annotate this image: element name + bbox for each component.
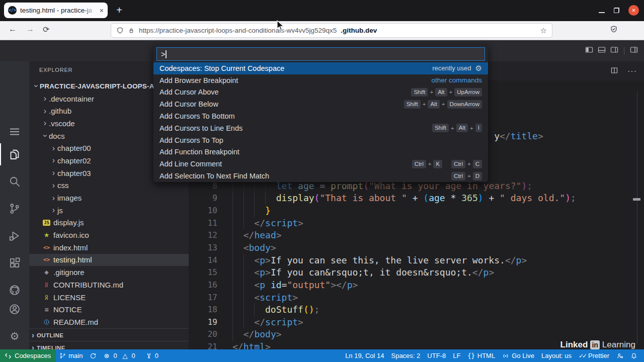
configure-keybinding-gear-icon[interactable]: ⚙ bbox=[475, 64, 482, 72]
encoding-label: UTF-8 bbox=[427, 352, 446, 359]
browser-tab-title: testing.html - practice-ja bbox=[20, 7, 96, 14]
palette-item[interactable]: Add Line CommentCtrl+KCtrl+C bbox=[153, 158, 488, 170]
palette-item-meta: Shift+Alt+UpArrow bbox=[406, 88, 482, 97]
back-icon[interactable]: ← bbox=[9, 25, 17, 34]
menu-icon[interactable] bbox=[9, 126, 21, 138]
code-text: display("That is about " + (age * 365) +… bbox=[232, 192, 576, 205]
chevron-right-icon: › bbox=[41, 107, 49, 116]
browser-tabstrip: </> testing.html - practice-ja × + × bbox=[0, 0, 644, 21]
browser-tab[interactable]: </> testing.html - practice-ja × bbox=[4, 3, 108, 18]
toggle-secondary-sidebar-icon[interactable] bbox=[610, 46, 618, 56]
window-minimize-icon[interactable] bbox=[599, 12, 605, 13]
palette-item[interactable]: Add Function Breakpoint bbox=[153, 146, 488, 158]
search-icon[interactable] bbox=[9, 175, 21, 188]
source-control-icon[interactable] bbox=[9, 203, 21, 215]
github-icon[interactable] bbox=[9, 284, 21, 296]
tree-item-license[interactable]: LICENSE bbox=[29, 291, 189, 304]
eol-sequence[interactable]: LF bbox=[449, 349, 464, 362]
tracking-shield-icon[interactable] bbox=[116, 27, 124, 34]
customize-layout-icon[interactable] bbox=[630, 46, 638, 56]
indentation[interactable]: Spaces: 2 bbox=[387, 349, 424, 362]
address-bar[interactable]: https://practice-javascript-loops-and-co… bbox=[111, 23, 552, 38]
split-editor-icon[interactable] bbox=[610, 66, 618, 76]
remote-indicator-codespaces[interactable]: Codespaces bbox=[0, 349, 56, 362]
chevron-right-icon: › bbox=[50, 156, 57, 165]
line-number: 12 bbox=[189, 229, 217, 242]
tree-item-index-html[interactable]: <>index.html bbox=[29, 241, 189, 254]
palette-item[interactable]: Add Cursors To Bottom bbox=[153, 110, 488, 122]
sync-status-icon bbox=[90, 352, 97, 359]
linkedin-logo-icon: in bbox=[590, 340, 599, 349]
palette-item-label: Add Browser Breakpoint bbox=[159, 76, 238, 84]
plus-separator: + bbox=[428, 161, 432, 167]
tree-item-js[interactable]: ›js bbox=[29, 204, 189, 217]
tree-item-notice[interactable]: ≡NOTICE bbox=[29, 303, 189, 316]
prettier-formatter[interactable]: ✓✓Prettier bbox=[575, 349, 613, 362]
keyboard-layout[interactable]: Layout: us bbox=[538, 349, 575, 362]
feedback[interactable] bbox=[613, 349, 627, 362]
editor-scrollbar[interactable] bbox=[637, 92, 637, 344]
toggle-sidebar-icon[interactable] bbox=[585, 46, 593, 56]
more-actions-icon[interactable]: ··· bbox=[627, 67, 637, 76]
palette-annotation-link[interactable]: other commands bbox=[431, 76, 482, 84]
shield-check-icon[interactable] bbox=[610, 25, 618, 35]
key-chip: Alt bbox=[428, 100, 439, 109]
palette-item[interactable]: Add Cursors to Line EndsShift+Alt+I bbox=[153, 122, 488, 134]
bookmark-star-icon[interactable]: ☆ bbox=[540, 26, 547, 35]
new-tab-button[interactable]: + bbox=[113, 4, 126, 17]
code-text: </html> bbox=[232, 341, 271, 349]
settings-gear-icon[interactable]: ⚙ bbox=[9, 330, 21, 342]
active-view-indicator bbox=[0, 143, 1, 165]
window-restore-icon[interactable] bbox=[614, 8, 619, 13]
tree-item-display-js[interactable]: JSdisplay.js bbox=[29, 217, 189, 229]
palette-item[interactable]: Add Cursor AboveShift+Alt+UpArrow bbox=[153, 86, 488, 99]
explorer-icon[interactable] bbox=[9, 148, 21, 160]
plus-separator: + bbox=[430, 89, 433, 95]
notifications-bell[interactable] bbox=[627, 349, 641, 362]
cursor-position[interactable]: Ln 19, Col 14 bbox=[342, 349, 387, 362]
command-palette-input[interactable]: > bbox=[156, 47, 485, 61]
palette-item[interactable]: Add Cursors To Top bbox=[153, 134, 488, 146]
branch-status[interactable]: main bbox=[56, 349, 86, 362]
line-number: 18 bbox=[189, 304, 217, 316]
tree-item-favicon-ico[interactable]: ★favicon.ico bbox=[29, 229, 189, 241]
line-number: 16 bbox=[189, 279, 217, 292]
ports-status[interactable]: 0 bbox=[142, 349, 162, 362]
reload-icon[interactable]: ⟳ bbox=[43, 25, 49, 34]
extensions-icon[interactable] bbox=[9, 257, 21, 269]
plus-separator: + bbox=[451, 125, 454, 131]
encoding[interactable]: UTF-8 bbox=[424, 349, 449, 362]
code-text: <p>If you can&rsquo;t, it doesn&rsquo;t.… bbox=[232, 266, 494, 279]
window-close-icon[interactable]: × bbox=[628, 5, 639, 16]
keyboard-layout-label: Layout: us bbox=[541, 352, 572, 359]
tree-item-testing-html[interactable]: <>testing.html bbox=[29, 254, 189, 266]
tab-close-icon[interactable]: × bbox=[100, 7, 104, 15]
tree-item--gitignore[interactable]: ◆.gitignore bbox=[29, 266, 189, 279]
run-debug-icon[interactable] bbox=[9, 230, 21, 242]
palette-item[interactable]: Add Cursor BelowShift+Alt+DownArrow bbox=[153, 98, 488, 110]
code-text: </body> bbox=[232, 328, 282, 341]
tree-item-contributing-md[interactable]: CONTRIBUTING.md bbox=[29, 279, 189, 291]
tree-item-label: favicon.ico bbox=[53, 231, 89, 239]
palette-item[interactable]: Add Browser Breakpointother commands bbox=[153, 74, 488, 86]
problems-status[interactable]: ⊗0△0 bbox=[100, 349, 141, 362]
palette-item[interactable]: Add Selection To Next Find MatchCtrl+D bbox=[153, 170, 488, 182]
forward-icon[interactable]: → bbox=[26, 25, 34, 34]
outline-section[interactable]: › OUTLINE bbox=[29, 328, 189, 341]
sync-status[interactable] bbox=[86, 349, 100, 362]
eol-sequence-label: LF bbox=[453, 352, 460, 359]
timeline-section[interactable]: › TIMELINE bbox=[29, 341, 189, 349]
toggle-panel-icon[interactable] bbox=[598, 46, 606, 56]
linkedin-learning-watermark: Linked in Learning bbox=[560, 340, 635, 350]
tree-item-images[interactable]: ›images bbox=[29, 192, 189, 204]
language-mode-label: HTML bbox=[477, 352, 495, 359]
language-mode[interactable]: {}HTML bbox=[464, 349, 499, 362]
key-chip: D bbox=[473, 172, 482, 180]
tree-item-readme-md[interactable]: README.md bbox=[29, 316, 189, 328]
palette-item[interactable]: Codespaces: Stop Current Codespacerecent… bbox=[153, 62, 488, 74]
activity-bar: ⚙ bbox=[0, 61, 29, 349]
go-live[interactable]: Go Live bbox=[499, 349, 538, 362]
html-file-icon: <> bbox=[42, 244, 51, 251]
account-icon[interactable] bbox=[9, 303, 21, 315]
lock-icon[interactable] bbox=[128, 27, 135, 34]
